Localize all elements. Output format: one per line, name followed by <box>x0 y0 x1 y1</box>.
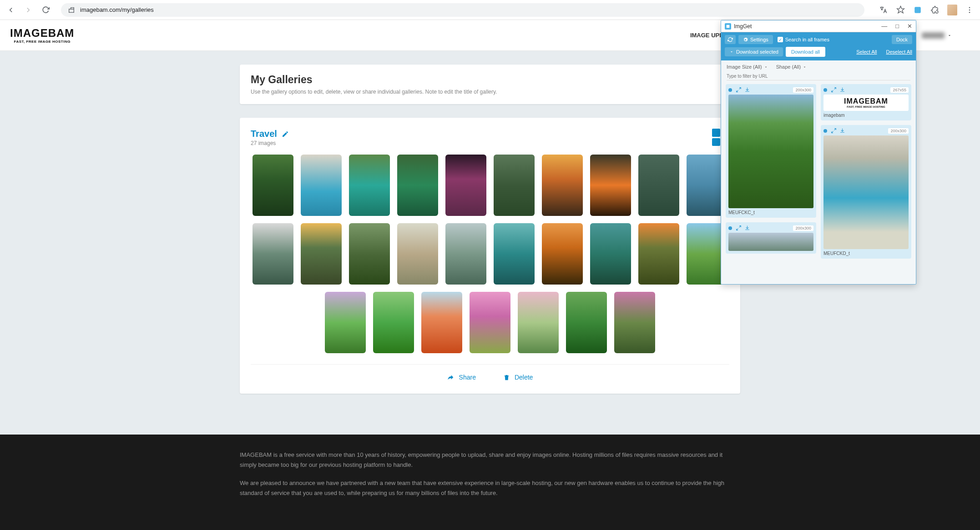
result-item[interactable]: 267x55 IMAGEBAM FAST, FREE IMAGE HOSTING… <box>821 84 911 120</box>
url-text: imagebam.com/my/galleries <box>80 6 154 13</box>
gear-icon <box>743 37 748 42</box>
download-all-button[interactable]: Download all <box>786 47 825 57</box>
gallery-thumb[interactable] <box>494 223 535 285</box>
imgget-title: ImgGet <box>734 23 752 30</box>
gallery-thumb[interactable] <box>638 155 679 216</box>
extension-icon-1[interactable] <box>913 5 923 15</box>
checkbox-icon: ✓ <box>778 37 783 42</box>
reload-button[interactable] <box>40 5 51 15</box>
gallery-thumb[interactable] <box>349 223 390 285</box>
download-icon[interactable] <box>839 87 845 93</box>
gallery-thumb[interactable] <box>253 223 293 285</box>
browser-menu-icon[interactable] <box>965 5 975 15</box>
page-header-card: My Galleries Use the gallery options to … <box>240 65 740 104</box>
gallery-thumb[interactable] <box>373 292 414 353</box>
forward-button[interactable] <box>23 5 34 15</box>
delete-button[interactable]: Delete <box>503 374 533 381</box>
gallery-thumb[interactable] <box>542 223 583 285</box>
browser-actions <box>878 5 975 15</box>
item-caption: imagebam <box>823 113 909 118</box>
select-all-link[interactable]: Select All <box>856 49 877 55</box>
address-bar[interactable]: imagebam.com/my/galleries <box>61 3 864 17</box>
gallery-thumb[interactable] <box>397 155 438 216</box>
bookmark-icon[interactable] <box>895 5 905 15</box>
footer-para-2: We are pleased to announce we have partn… <box>240 478 740 498</box>
selected-dot[interactable] <box>823 129 827 133</box>
gallery-thumb[interactable] <box>397 223 438 285</box>
back-button[interactable] <box>5 5 16 15</box>
preview-image <box>823 135 909 249</box>
site-info-icon[interactable] <box>67 6 76 14</box>
deselect-all-link[interactable]: Deselect All <box>886 49 912 55</box>
download-icon <box>729 50 734 54</box>
dimension-badge: 267x55 <box>890 87 909 93</box>
gallery-thumb[interactable] <box>253 155 293 216</box>
gallery-thumb[interactable] <box>325 292 366 353</box>
profile-avatar[interactable] <box>947 5 957 15</box>
imgget-titlebar[interactable]: ImgGet — □ ✕ <box>721 20 916 32</box>
site-logo[interactable]: IMAGEBAM FAST, FREE IMAGE HOSTING <box>10 27 74 44</box>
expand-icon[interactable] <box>831 87 837 93</box>
search-frames-checkbox[interactable]: ✓ Search in all frames <box>778 37 829 42</box>
svg-rect-0 <box>914 7 921 13</box>
preview-image <box>728 233 813 251</box>
gallery-actions: Share Delete <box>251 364 729 383</box>
gallery-thumb[interactable] <box>301 155 342 216</box>
dock-button[interactable]: Dock <box>892 35 912 44</box>
result-item[interactable]: 200x300 MEUFCKD_t <box>821 125 911 259</box>
gallery-thumb[interactable] <box>301 223 342 285</box>
svg-point-1 <box>969 7 970 8</box>
expand-icon[interactable] <box>736 225 742 231</box>
selected-dot[interactable] <box>823 88 827 92</box>
download-selected-button[interactable]: Download selected <box>725 47 783 56</box>
translate-icon[interactable] <box>878 5 888 15</box>
expand-icon[interactable] <box>736 87 742 93</box>
extensions-icon[interactable] <box>930 5 940 15</box>
svg-point-2 <box>969 9 970 10</box>
gallery-thumb[interactable] <box>542 155 583 216</box>
content-area: My Galleries Use the gallery options to … <box>240 65 740 435</box>
user-menu[interactable] <box>922 32 952 39</box>
gallery-thumb[interactable] <box>614 292 655 353</box>
url-filter-input[interactable] <box>727 72 910 80</box>
close-button[interactable]: ✕ <box>907 23 912 30</box>
gallery-thumb[interactable] <box>445 223 486 285</box>
svg-point-3 <box>969 11 970 13</box>
maximize-button[interactable]: □ <box>895 23 899 30</box>
footer-para-1: IMAGEBAM is a free service with more tha… <box>240 450 740 470</box>
gallery-title[interactable]: Travel <box>251 129 289 139</box>
imgget-window: ImgGet — □ ✕ Settings ✓ Search in all fr… <box>721 20 916 285</box>
edit-icon[interactable] <box>282 130 289 138</box>
download-icon[interactable] <box>744 87 750 93</box>
minimize-button[interactable]: — <box>881 23 887 30</box>
download-icon[interactable] <box>744 225 750 231</box>
selected-dot[interactable] <box>728 226 732 230</box>
expand-icon[interactable] <box>831 128 837 134</box>
selected-dot[interactable] <box>728 88 732 92</box>
gallery-thumb[interactable] <box>566 292 607 353</box>
gallery-thumb[interactable] <box>494 155 535 216</box>
filter-image-size[interactable]: Image Size (All) <box>727 64 768 70</box>
imgget-toolbar-1: Settings ✓ Search in all frames Dock <box>721 32 916 47</box>
imgget-app-icon <box>725 23 731 30</box>
gallery-thumb[interactable] <box>445 155 486 216</box>
filter-shape[interactable]: Shape (All) <box>776 64 807 70</box>
download-icon[interactable] <box>839 128 845 134</box>
gallery-thumb[interactable] <box>590 223 631 285</box>
refresh-button[interactable] <box>725 35 736 44</box>
gallery-thumb[interactable] <box>518 292 559 353</box>
result-item[interactable]: 200x300 <box>726 222 816 254</box>
svg-rect-4 <box>727 25 730 28</box>
page-title: My Galleries <box>251 74 729 86</box>
imgget-results[interactable]: 200x300 MEUFCKC_t 200x300 <box>721 84 916 284</box>
gallery-thumb[interactable] <box>590 155 631 216</box>
gallery-thumb[interactable] <box>349 155 390 216</box>
gallery-thumb[interactable] <box>421 292 462 353</box>
browser-toolbar: imagebam.com/my/galleries <box>0 0 980 20</box>
trash-icon <box>503 374 510 381</box>
share-button[interactable]: Share <box>447 374 476 381</box>
gallery-thumb[interactable] <box>638 223 679 285</box>
gallery-thumb[interactable] <box>470 292 510 353</box>
result-item[interactable]: 200x300 MEUFCKC_t <box>726 84 816 218</box>
settings-button[interactable]: Settings <box>738 35 773 44</box>
